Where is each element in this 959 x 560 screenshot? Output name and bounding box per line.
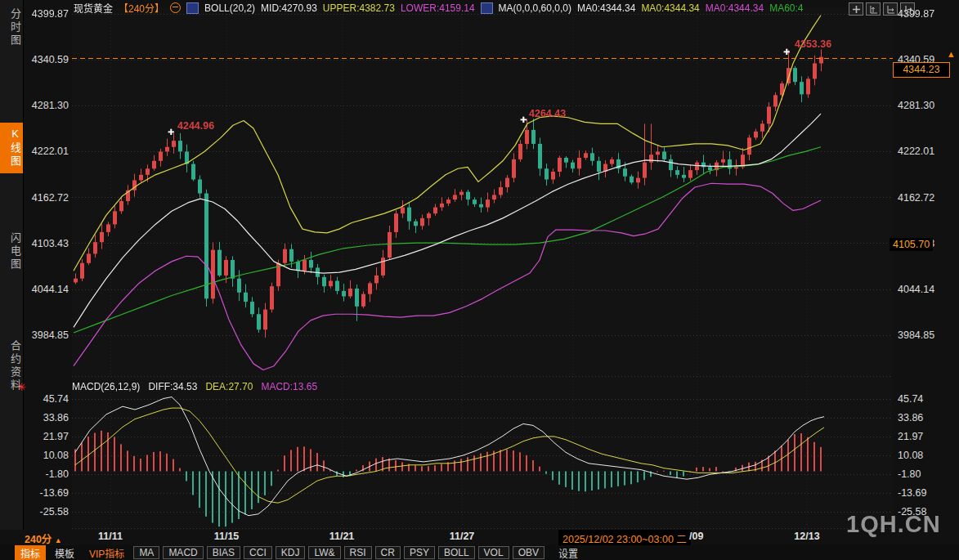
tab-vip-indicator[interactable]: VIP指标 (83, 545, 130, 560)
macd-label-right: -1.80 (898, 468, 921, 480)
tab-rsi[interactable]: RSI (344, 546, 372, 559)
price-label-left: 4222.01 (28, 146, 69, 157)
tab-bias[interactable]: BIAS (207, 546, 240, 559)
price-label-left: 4044.14 (28, 284, 69, 295)
price-label-right: 4222.01 (898, 146, 934, 157)
alert-price-badge: 4105.70 (890, 238, 933, 251)
chart-header: 现货黄金 【240分】 BOLL(20,2) MID:4270.93 UPPER… (74, 2, 804, 14)
price-label-right: 4044.14 (898, 284, 934, 295)
macd-label-left: 45.74 (28, 393, 69, 405)
macd-label-left: 33.86 (28, 412, 69, 423)
tab-psy[interactable]: PSY (404, 546, 435, 559)
sidebar-item-time-chart[interactable]: 分时图 (0, 3, 23, 52)
tab-template[interactable]: 模板 (49, 545, 80, 560)
x-axis: 240分 ▲ 11/11 11/15 11/21 11/27 2025/12/0… (0, 530, 959, 544)
macd-label-left: 10.08 (28, 450, 69, 461)
alert-flash-icon[interactable]: ✳ (17, 381, 26, 393)
tab-cr[interactable]: CR (375, 546, 401, 559)
date-tick: 12/13 (794, 531, 819, 542)
peak-cross-marker: ✚ (168, 128, 174, 137)
macd-title: MACD(26,12,9) (72, 381, 140, 392)
site-watermark: 1QH.CN (846, 511, 941, 538)
pan-tool-icon[interactable] (849, 2, 863, 16)
tab-macd[interactable]: MACD (163, 546, 203, 559)
instrument-name: 现货黄金 (74, 1, 113, 15)
macd-label-right: -13.69 (898, 487, 926, 499)
timeframe-selector[interactable]: 240分 ▲ (25, 531, 62, 546)
timeframe-label[interactable]: 【240分】 (119, 1, 164, 15)
macd-label-left: 21.97 (28, 431, 69, 442)
peak-price-label: 4244.96 (177, 120, 214, 132)
macd-dea-value: DEA:27.70 (205, 381, 253, 392)
ma-label: MA(0,0,0,60,0,0) (499, 2, 571, 14)
date-tick: 11/27 (450, 531, 475, 542)
date-tick: 11/15 (214, 531, 240, 542)
boll-upper-value: UPPER:4382.73 (323, 2, 395, 14)
boll-mid-value: MID:4270.93 (261, 2, 317, 14)
macd-label-left: -1.80 (28, 468, 69, 480)
price-label-left: 4103.43 (28, 238, 69, 249)
macd-label-right: 45.74 (898, 393, 923, 405)
boll-lower-value: LOWER:4159.14 (401, 2, 475, 14)
price-label-left: 3984.85 (28, 329, 69, 341)
candlestick-chart-canvas[interactable] (72, 8, 893, 530)
ma-indicator-icon[interactable] (481, 2, 493, 14)
macd-label-left: -25.58 (28, 506, 69, 517)
left-sidebar: 分时图 K线图 闪电图 合约资料 (0, 0, 24, 530)
tab-ma[interactable]: MA (133, 546, 159, 559)
tab-boll[interactable]: BOLL (438, 546, 475, 559)
macd-diff-value: DIFF:34.53 (148, 381, 197, 392)
macd-label-right: 33.86 (898, 412, 923, 423)
scale-up-icon[interactable] (866, 2, 881, 16)
date-tick: 11/11 (98, 531, 123, 542)
peak-cross-marker: ✚ (520, 115, 527, 124)
price-label-right: 3984.85 (898, 329, 934, 341)
indicator-tabbar: 指标 模板 VIP指标 MA MACD BIAS CCI KDJ LW& RSI… (0, 545, 959, 560)
sidebar-item-lightning-chart[interactable]: 闪电图 (0, 227, 23, 276)
price-label-left: 4281.30 (28, 100, 69, 111)
price-label-left: 4162.72 (28, 192, 69, 204)
timeframe-up-icon[interactable]: ▲ (55, 536, 62, 544)
sidebar-item-kline-chart[interactable]: K线图 (0, 123, 23, 173)
peak-price-label: 4264.43 (529, 108, 566, 119)
price-label-right: 4399.87 (898, 8, 934, 20)
tab-lw[interactable]: LW& (308, 546, 340, 559)
tab-settings[interactable]: 设置 (553, 545, 584, 560)
peak-price-label: 4353.36 (795, 38, 831, 50)
macd-label-left: -13.69 (28, 487, 69, 499)
tab-indicator[interactable]: 指标 (15, 545, 46, 560)
macd-header: MACD(26,12,9) DIFF:34.53 DEA:27.70 MACD:… (72, 381, 317, 392)
ma0-value-yellow: MA0:4344.34 (641, 2, 699, 14)
peak-cross-marker: ✚ (783, 47, 790, 56)
trading-terminal: 分时图 K线图 闪电图 合约资料 ✳ 现货黄金 【240分】 BOLL(20,2… (0, 0, 959, 560)
date-tick-partial: /09 (689, 531, 703, 542)
boll-label: BOLL(20,2) (204, 2, 255, 14)
boll-indicator-icon[interactable] (186, 2, 199, 14)
scale-right-icon[interactable] (883, 2, 898, 16)
tab-obv[interactable]: OBV (513, 546, 544, 559)
price-label-left: 4340.59 (28, 54, 69, 65)
circle-minus-icon[interactable] (170, 2, 181, 13)
jump-to-latest-icon[interactable]: ▲ (947, 49, 956, 59)
macd-macd-value: MACD:13.65 (261, 381, 317, 392)
macd-label-right: 10.08 (898, 450, 923, 461)
ma60-value: MA60:4 (769, 2, 803, 14)
price-label-right: 4162.72 (898, 192, 934, 204)
last-price-badge: 4344.23 (893, 62, 950, 78)
date-tick: 11/21 (329, 531, 355, 542)
ma0-value-white: MA0:4344.34 (577, 2, 635, 14)
ma0-value-magenta: MA0:4344.34 (706, 2, 764, 14)
tab-kdj[interactable]: KDJ (276, 546, 306, 559)
macd-label-right: 21.97 (898, 431, 923, 442)
tab-vol[interactable]: VOL (478, 546, 509, 559)
tab-cci[interactable]: CCI (244, 546, 272, 559)
price-label-right: 4281.30 (898, 100, 934, 111)
price-label-left: 4399.87 (28, 8, 69, 20)
